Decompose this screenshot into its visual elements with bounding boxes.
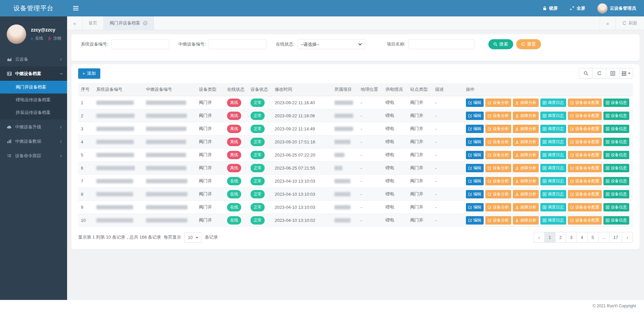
action-button-设备信息[interactable]: 设备信息	[603, 138, 629, 146]
page-button-5[interactable]: 5	[587, 232, 598, 243]
action-button-故障分析[interactable]: 故障分析	[513, 164, 539, 172]
action-button-设备命令配置[interactable]: 设备命令配置	[568, 138, 602, 146]
sidebar-toggle-button[interactable]	[67, 0, 85, 16]
lock-screen-button[interactable]: 锁屏	[543, 5, 558, 11]
action-button-设备信息[interactable]: 设备信息	[603, 125, 629, 133]
action-button-编辑[interactable]: 编辑	[466, 190, 484, 198]
action-button-设备分析[interactable]: 设备分析	[485, 216, 511, 225]
action-button-设备分析[interactable]: 设备分析	[485, 164, 511, 172]
action-button-故障分析[interactable]: 故障分析	[513, 125, 539, 133]
action-button-设备信息[interactable]: 设备信息	[603, 203, 629, 211]
tabs-scroll-left-button[interactable]: «	[67, 16, 83, 30]
action-button-设备信息[interactable]: 设备信息	[603, 99, 629, 107]
action-button-故障分析[interactable]: 故障分析	[513, 151, 539, 159]
page-button-4[interactable]: 4	[577, 232, 588, 243]
action-button-调度日志[interactable]: 调度日志	[540, 125, 566, 133]
page-button-...[interactable]: ...	[598, 232, 610, 243]
project-name-input[interactable]	[409, 39, 474, 49]
action-button-设备命令配置[interactable]: 设备命令配置	[568, 203, 602, 211]
tab-refresh-button[interactable]: 刷新	[615, 16, 644, 30]
cn-device-no-input[interactable]	[209, 39, 266, 49]
action-button-设备分析[interactable]: 设备分析	[485, 99, 511, 107]
action-button-调度日志[interactable]: 调度日志	[540, 190, 566, 198]
action-button-调度日志[interactable]: 调度日志	[540, 216, 566, 225]
sidebar-item-cloud-device[interactable]: 云设备 ‹	[0, 52, 67, 66]
action-button-调度日志[interactable]: 调度日志	[540, 177, 566, 185]
table-search-button[interactable]	[579, 68, 593, 79]
action-button-设备分析[interactable]: 设备分析	[485, 138, 511, 146]
action-button-调度日志[interactable]: 调度日志	[540, 99, 566, 107]
action-button-故障分析[interactable]: 故障分析	[513, 138, 539, 146]
action-button-设备命令配置[interactable]: 设备命令配置	[568, 99, 602, 107]
add-button[interactable]: + 添加	[78, 68, 100, 79]
sidebar-item-command-tracking[interactable]: 设备命令跟踪 ‹	[0, 148, 67, 163]
action-button-设备分析[interactable]: 设备分析	[485, 203, 511, 211]
action-button-设备信息[interactable]: 设备信息	[603, 216, 629, 225]
action-button-设备分析[interactable]: 设备分析	[485, 190, 511, 198]
action-button-编辑[interactable]: 编辑	[466, 177, 484, 185]
action-button-设备分析[interactable]: 设备分析	[485, 177, 511, 185]
action-button-设备命令配置[interactable]: 设备命令配置	[568, 177, 602, 185]
search-button[interactable]: 搜索	[488, 39, 513, 49]
table-refresh-button[interactable]	[592, 68, 606, 79]
action-button-编辑[interactable]: 编辑	[466, 216, 484, 225]
sidebar-item-device-archive[interactable]: 中燃设备档案 ‹	[0, 66, 67, 81]
sidebar-item-lithium-remote-archive[interactable]: 锂电远传设备档案	[0, 93, 67, 106]
sidebar-item-assembled-remote-archive[interactable]: 拼装远传设备档案	[0, 106, 67, 119]
action-button-故障分析[interactable]: 故障分析	[513, 216, 539, 225]
action-button-编辑[interactable]: 编辑	[466, 138, 484, 146]
page-prev-button[interactable]: ‹	[534, 232, 545, 243]
action-button-故障分析[interactable]: 故障分析	[513, 99, 539, 107]
action-button-设备信息[interactable]: 设备信息	[603, 177, 629, 185]
page-button-3[interactable]: 3	[566, 232, 577, 243]
logout-link[interactable]: 注销	[48, 36, 61, 41]
sidebar-item-device-data[interactable]: 中燃设备数据 ‹	[0, 134, 67, 148]
table-columns-button[interactable]	[619, 68, 633, 79]
action-button-设备信息[interactable]: 设备信息	[603, 190, 629, 198]
sidebar-item-valve-well-archive[interactable]: 阀门井设备档案	[0, 81, 67, 93]
tabs-scroll-right-button[interactable]: »	[600, 16, 615, 30]
action-button-设备命令配置[interactable]: 设备命令配置	[568, 151, 602, 159]
online-status-select[interactable]: --请选择--	[298, 39, 365, 49]
action-button-故障分析[interactable]: 故障分析	[513, 190, 539, 198]
action-button-编辑[interactable]: 编辑	[466, 125, 484, 133]
fullscreen-button[interactable]: 全屏	[570, 5, 585, 11]
action-button-设备信息[interactable]: 设备信息	[603, 151, 629, 159]
action-button-编辑[interactable]: 编辑	[466, 112, 484, 120]
action-button-设备命令配置[interactable]: 设备命令配置	[568, 190, 602, 198]
action-button-设备信息[interactable]: 设备信息	[603, 112, 629, 120]
action-button-编辑[interactable]: 编辑	[466, 164, 484, 172]
action-button-调度日志[interactable]: 调度日志	[540, 151, 566, 159]
page-button-1[interactable]: 1	[544, 232, 555, 243]
system-device-no-input[interactable]	[111, 39, 169, 49]
action-button-调度日志[interactable]: 调度日志	[540, 203, 566, 211]
tab-valve-well-archive[interactable]: 阀门井设备档案 ×	[104, 16, 154, 30]
table-detail-view-button[interactable]	[606, 68, 620, 79]
action-button-调度日志[interactable]: 调度日志	[540, 138, 566, 146]
action-button-设备分析[interactable]: 设备分析	[485, 151, 511, 159]
action-button-设备命令配置[interactable]: 设备命令配置	[568, 112, 602, 120]
reset-button[interactable]: 重置	[516, 39, 541, 49]
action-button-编辑[interactable]: 编辑	[466, 99, 484, 107]
user-menu[interactable]: 云设备管理员	[597, 3, 636, 13]
action-button-设备分析[interactable]: 设备分析	[485, 125, 511, 133]
action-button-设备命令配置[interactable]: 设备命令配置	[568, 125, 602, 133]
action-button-故障分析[interactable]: 故障分析	[513, 203, 539, 211]
page-next-button[interactable]: ›	[622, 232, 633, 243]
action-button-故障分析[interactable]: 故障分析	[513, 177, 539, 185]
action-button-编辑[interactable]: 编辑	[466, 203, 484, 211]
page-button-2[interactable]: 2	[555, 232, 566, 243]
action-button-编辑[interactable]: 编辑	[466, 151, 484, 159]
page-size-dropdown[interactable]: 10	[184, 232, 202, 243]
tab-close-icon[interactable]: ×	[143, 21, 148, 25]
action-button-设备命令配置[interactable]: 设备命令配置	[568, 164, 602, 172]
action-button-设备命令配置[interactable]: 设备命令配置	[568, 216, 602, 225]
action-button-设备信息[interactable]: 设备信息	[603, 164, 629, 172]
tab-home[interactable]: 首页	[83, 16, 104, 30]
action-button-设备分析[interactable]: 设备分析	[485, 112, 511, 120]
action-button-故障分析[interactable]: 故障分析	[513, 112, 539, 120]
action-button-调度日志[interactable]: 调度日志	[540, 112, 566, 120]
action-button-调度日志[interactable]: 调度日志	[540, 164, 566, 172]
page-button-17[interactable]: 17	[609, 232, 622, 243]
sidebar-item-device-upgrade[interactable]: 中燃设备升级 ‹	[0, 120, 67, 134]
